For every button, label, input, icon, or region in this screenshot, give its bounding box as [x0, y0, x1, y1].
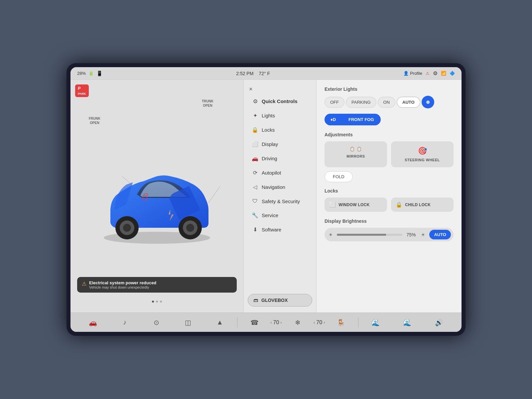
brightness-high-icon: ☀ — [420, 232, 427, 237]
divider-1 — [237, 318, 237, 328]
locks-title: Locks — [325, 188, 454, 194]
bottom-heat2-icon[interactable]: 🌊 — [391, 317, 423, 328]
left-temp-down[interactable]: ‹ — [270, 320, 272, 325]
profile-icon: 👤 — [403, 71, 409, 76]
light-auto-btn[interactable]: AUTO — [397, 97, 420, 108]
alert-icon: ⚠ — [426, 71, 430, 76]
brightness-track[interactable] — [337, 234, 402, 236]
menu-label-quick-controls: Quick Controls — [262, 98, 298, 104]
menu-item-safety[interactable]: 🛡 Safety & Security — [246, 195, 314, 208]
light-parking-btn[interactable]: PARKING — [346, 97, 376, 108]
glovebox-icon: 🗃 — [253, 298, 258, 303]
display-icon: ⬜ — [252, 141, 258, 147]
locks-icon: 🔒 — [252, 127, 258, 133]
temp-display: 72° F — [259, 71, 270, 76]
locks-grid: ⬜ WINDOW LOCK 🔒 CHILD LOCK — [325, 198, 454, 212]
light-off-btn[interactable]: OFF — [325, 97, 344, 108]
status-right: 👤 Profile ⚠ ⚙ 📶 🔷 — [403, 70, 455, 76]
steering-wheel-btn[interactable]: 🎯 STEERING WHEEL — [391, 141, 454, 167]
menu-item-display[interactable]: ⬜ Display — [246, 137, 314, 151]
glovebox-button[interactable]: 🗃 GLOVEBOX — [248, 294, 312, 307]
close-button[interactable]: × — [244, 83, 258, 94]
bottom-volume-icon[interactable]: 🔊 — [423, 317, 455, 328]
steering-wheel-label: STEERING WHEEL — [405, 158, 440, 162]
main-content: P PARK — [70, 80, 462, 313]
mirrors-btn[interactable]: 🪞 🪞 MIRRORS — [325, 141, 387, 167]
light-icon-active-btn[interactable]: ⊛ — [422, 96, 434, 108]
warning-banner: ⚠ Electrical system power reduced Vehicl… — [77, 277, 237, 293]
steering-wheel-icon: 🎯 — [418, 147, 427, 155]
menu-item-quick-controls[interactable]: ⊙ Quick Controls — [246, 94, 314, 108]
menu-item-autopilot[interactable]: ⟳ Autopilot — [246, 166, 314, 180]
status-center: 2:52 PM 72° F — [103, 71, 403, 76]
dot-1 — [152, 301, 154, 303]
bottom-rear-heat-icon[interactable]: 🌊 — [360, 317, 391, 328]
window-lock-icon: ⬜ — [329, 201, 336, 208]
mirrors-icons: 🪞 🪞 — [349, 147, 362, 152]
status-left: 28% 🔋 📱 — [77, 70, 103, 76]
frunk-open-label: FRUNKOPEN — [89, 116, 100, 125]
menu-label-safety: Safety & Security — [262, 199, 300, 204]
bottom-phone-icon[interactable]: ☎ — [239, 317, 270, 328]
dot-3 — [160, 301, 162, 303]
screen-inner: 28% 🔋 📱 2:52 PM 72° F 👤 Profile ⚠ ⚙ 📶 🔷 — [70, 67, 462, 332]
brightness-auto-btn[interactable]: AUTO — [429, 230, 451, 239]
svg-point-3 — [123, 224, 131, 232]
menu-label-autopilot: Autopilot — [262, 170, 281, 176]
screen-outer: 28% 🔋 📱 2:52 PM 72° F 👤 Profile ⚠ ⚙ 📶 🔷 — [66, 63, 466, 336]
menu-item-lights[interactable]: ✦ Lights — [246, 109, 314, 122]
bottom-fan-icon[interactable]: ❄ — [282, 317, 314, 328]
bottom-music-icon[interactable]: ♪ — [109, 317, 140, 328]
fold-btn[interactable]: FOLD — [325, 171, 353, 182]
bottom-wiper-icon[interactable]: ◫ — [172, 317, 204, 328]
status-bar: 28% 🔋 📱 2:52 PM 72° F 👤 Profile ⚠ ⚙ 📶 🔷 — [70, 67, 462, 80]
lights-icon: ✦ — [252, 112, 258, 119]
menu-label-display: Display — [262, 141, 278, 147]
menu-label-navigation: Navigation — [262, 184, 285, 190]
left-temp-value: 70 — [273, 320, 279, 326]
software-icon: ⬇ — [252, 226, 258, 233]
menu-label-locks: Locks — [262, 127, 275, 133]
park-label: P PARK — [75, 84, 89, 97]
menu-item-navigation[interactable]: ◁ Navigation — [246, 180, 314, 194]
right-temp-down[interactable]: ‹ — [314, 320, 315, 325]
fog-front-btn[interactable]: FRONT FOG — [342, 114, 381, 125]
mirror-left-icon: 🪞 — [349, 147, 355, 152]
time-display: 2:52 PM — [236, 71, 253, 76]
divider-2 — [358, 318, 358, 328]
controls-panel: Exterior Lights OFF PARKING ON AUTO ⊛ ♦D… — [317, 80, 462, 313]
adjustments-grid: 🪞 🪞 MIRRORS 🎯 STEERING WHEEL — [325, 141, 454, 167]
bottom-car-icon[interactable]: 🚗 — [77, 317, 109, 328]
settings-icon[interactable]: ⚙ — [433, 70, 438, 76]
menu-item-software[interactable]: ⬇ Software — [246, 223, 314, 236]
autopilot-icon: ⟳ — [252, 170, 258, 176]
bottom-bar: 🚗 ♪ ⊙ ◫ ▲ ☎ ‹ 70 › ❄ ‹ 70 › 🪑 🌊 🌊 🔊 — [70, 313, 462, 332]
window-lock-btn[interactable]: ⬜ WINDOW LOCK — [325, 198, 387, 212]
bottom-arrow-icon[interactable]: ▲ — [204, 317, 235, 328]
menu-item-service[interactable]: 🔧 Service — [246, 208, 314, 222]
menu-label-lights: Lights — [262, 113, 275, 118]
child-lock-icon: 🔒 — [396, 201, 402, 208]
fog-left-btn[interactable]: ♦D — [325, 114, 342, 125]
child-lock-btn[interactable]: 🔒 CHILD LOCK — [391, 198, 454, 212]
svg-point-6 — [186, 224, 194, 232]
dot-2 — [156, 301, 158, 303]
bottom-seat-icon[interactable]: 🪑 — [325, 317, 356, 328]
car-panel: P PARK — [70, 80, 243, 313]
brightness-low-icon: ☀ — [327, 232, 334, 237]
profile-button[interactable]: 👤 Profile — [403, 71, 422, 76]
menu-item-driving[interactable]: 🚗 Driving — [246, 152, 314, 165]
light-on-btn[interactable]: ON — [378, 97, 396, 108]
fog-row: ♦D FRONT FOG — [325, 114, 381, 125]
driving-icon: 🚗 — [252, 155, 258, 162]
menu-label-service: Service — [262, 212, 278, 218]
battery-icon: 🔋 — [88, 71, 94, 76]
warning-title: Electrical system power reduced — [89, 280, 156, 285]
quick-controls-icon: ⊙ — [252, 98, 258, 104]
menu-item-locks[interactable]: 🔒 Locks — [246, 123, 314, 137]
bottom-nav-icon[interactable]: ⊙ — [141, 317, 172, 328]
trunk-open-label: TRUNKOPEN — [202, 99, 213, 108]
adjustments-title: Adjustments — [325, 132, 454, 137]
phone-icon: 📱 — [96, 70, 103, 76]
signal-icon: 📶 — [441, 71, 446, 76]
